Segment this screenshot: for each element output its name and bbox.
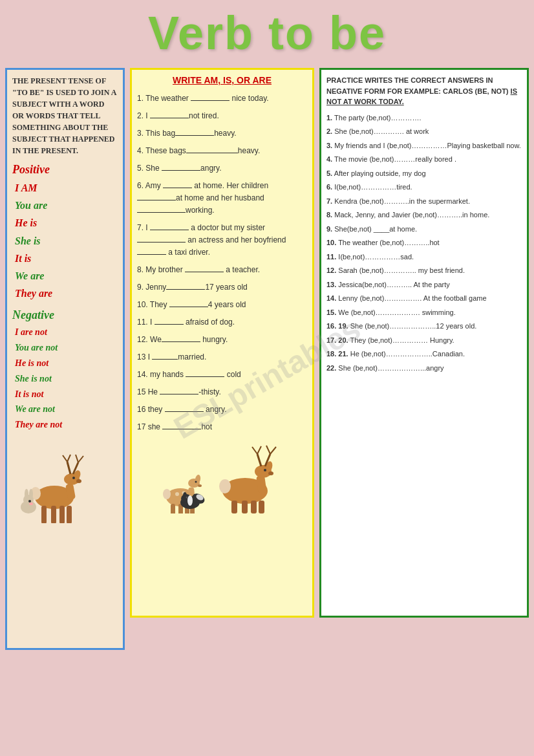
negative-item-we: We are not [15, 402, 118, 417]
svg-line-15 [78, 456, 83, 462]
svg-line-38 [270, 447, 276, 454]
svg-point-4 [76, 479, 81, 483]
negative-item-they: They are not [15, 417, 118, 433]
svg-rect-8 [59, 506, 65, 523]
exercise-item-5: 5. She angry. [137, 162, 307, 174]
negative-item-he: He is not [15, 356, 118, 371]
negative-title: Negative [12, 308, 118, 322]
practice-item-5: 5. After playing outside, my dog [326, 168, 522, 179]
practice-item-18: 18. 21. He (be,not)………………..Canadian. [326, 349, 522, 360]
svg-line-37 [266, 446, 270, 454]
exercise-item-17: 17 she hot [137, 420, 307, 433]
positive-item-we-are: We are [15, 267, 118, 285]
positive-item-she-is: She is [15, 232, 118, 250]
blank-7c [137, 246, 166, 255]
practice-item-11: 11. I(be,not)……………sad. [326, 252, 522, 263]
svg-rect-9 [67, 506, 72, 523]
svg-line-33 [257, 454, 261, 466]
blank-6b [137, 191, 176, 200]
exercise-item-12: 12. We hungry. [137, 333, 307, 345]
positive-item-he-is: He is [15, 214, 118, 232]
svg-point-21 [28, 500, 31, 502]
practice-item-15: 15. We (be,not)………………. swimming. [326, 307, 522, 318]
main-layout: THE PRESENT TENSE OF "TO BE" IS USED TO … [0, 63, 534, 655]
exercise-item-16: 16 they angry. [137, 403, 307, 415]
blank-9 [166, 281, 205, 290]
animals-decoration [12, 439, 118, 517]
svg-point-22 [29, 502, 33, 505]
svg-line-35 [257, 446, 261, 454]
exercise-item-8: 8. My brother a teacher. [137, 263, 307, 275]
negative-item-it: It is not [15, 387, 118, 402]
exercise-item-4: 4. These bagsheavy. [137, 144, 307, 157]
exercise-item-11: 11. I afraisd of dog. [137, 316, 307, 328]
practice-item-14: 14. Lenny (be,not)……………. At the football… [326, 293, 522, 304]
blank-1 [191, 92, 230, 101]
practice-item-4: 4. The movie (be,not)………really bored . [326, 154, 522, 165]
blank-17 [162, 420, 201, 429]
svg-point-48 [195, 481, 197, 483]
practice-item-10: 10. The weather (be,not)………..hot [326, 237, 522, 248]
middle-panel: WRITE AM, IS, OR ARE 1. The weather nice… [130, 68, 314, 618]
exercise-item-13: 13 I married. [137, 351, 307, 363]
svg-rect-32 [259, 501, 264, 513]
blank-6c [137, 204, 186, 213]
positive-title: Positive [12, 163, 118, 177]
blank-5 [162, 162, 200, 171]
svg-rect-7 [51, 506, 56, 523]
svg-point-58 [186, 497, 187, 499]
svg-point-57 [187, 495, 193, 506]
svg-point-28 [264, 469, 266, 471]
blank-16 [165, 403, 204, 412]
svg-point-19 [25, 489, 28, 499]
positive-item-they-are: They are [15, 285, 118, 302]
exercise-item-7: 7. I a doctor but my sister an actress a… [137, 221, 307, 258]
practice-item-13: 13. Jessica(be,not)……….. At the party [326, 279, 522, 290]
page-title: Verb to be [0, 0, 534, 63]
svg-rect-30 [242, 501, 248, 513]
svg-point-47 [198, 484, 202, 487]
practice-item-1: 1. The party (be,not)…………. [326, 113, 522, 124]
exercise-item-2: 2. I not tired. [137, 109, 307, 122]
svg-point-41 [175, 492, 179, 496]
negative-item-i: I are not [15, 325, 118, 340]
practice-item-8: 8. Mack, Jenny, and Javier (be,not)………..… [326, 210, 522, 221]
svg-line-14 [76, 455, 78, 462]
svg-rect-29 [231, 501, 237, 513]
middle-decoration [137, 442, 307, 516]
practice-item-22: 22. She (be,not)………………...angry [326, 363, 522, 374]
blank-12 [162, 333, 200, 342]
exercise-item-10: 10. They 4 years old [137, 298, 307, 310]
negative-item-you: You are not [15, 340, 118, 356]
blank-3 [175, 127, 214, 136]
blank-13 [152, 351, 178, 360]
svg-point-27 [268, 471, 273, 475]
exercise-item-1: 1. The weather nice today. [137, 92, 307, 104]
exercise-item-14: 14. my hands cold [137, 368, 307, 380]
exercise-item-6: 6. Amy at home. Her childrenat home and … [137, 179, 307, 216]
svg-point-5 [72, 477, 75, 479]
bottom-deer-svg [151, 442, 294, 513]
exercise-item-3: 3. This bagheavy. [137, 127, 307, 139]
blank-11 [155, 316, 184, 325]
blank-8 [185, 263, 224, 272]
blank-7b [137, 233, 186, 243]
practice-item-12: 12. Sarah (be,not)………….. my best friend. [326, 265, 522, 276]
svg-rect-31 [251, 501, 257, 513]
exercise-title: WRITE AM, IS, OR ARE [137, 75, 307, 85]
blank-2 [150, 109, 189, 118]
blank-14 [186, 368, 224, 377]
svg-line-34 [252, 447, 257, 454]
practice-item-9: 9. She(be,not) ____at home. [326, 224, 522, 235]
exercise-item-9: 9. Jenny17 years old [137, 281, 307, 293]
svg-line-12 [67, 455, 70, 462]
intro-text: THE PRESENT TENSE OF "TO BE" IS USED TO … [12, 75, 118, 157]
svg-rect-49 [171, 504, 175, 513]
positive-item-you-are: You are [15, 197, 118, 214]
positive-items-list: I AM You are He is She is It is We are T… [12, 179, 118, 302]
positive-item-it-is: It is [15, 250, 118, 267]
practice-item-6: 6. I(be,not)……………tired. [326, 182, 522, 193]
practice-item-7: 7. Kendra (be,not)………..in the supermarke… [326, 196, 522, 207]
practice-item-16: 16. 19. She (be,not)………………..12 years old… [326, 321, 522, 332]
blank-4 [186, 144, 238, 153]
